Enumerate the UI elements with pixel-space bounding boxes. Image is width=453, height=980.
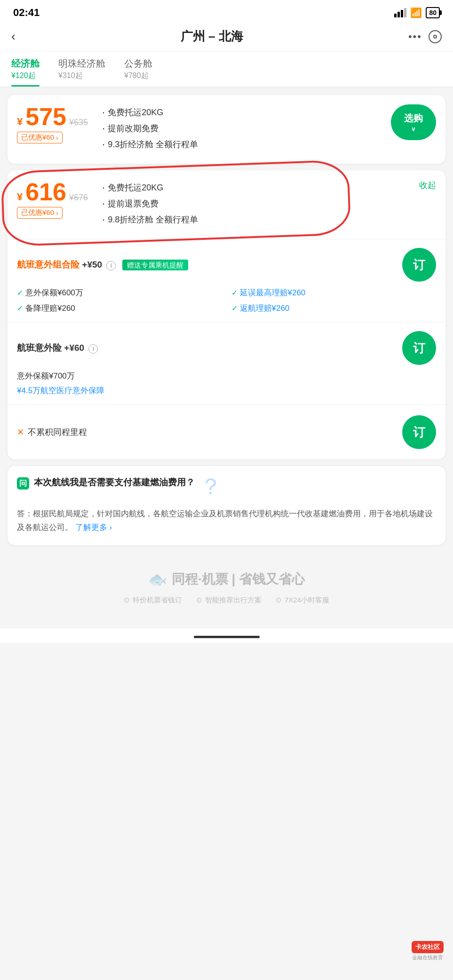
faq-link[interactable]: 了解更多 › <box>75 523 112 532</box>
camera-button[interactable] <box>429 30 442 43</box>
footer-check-2: ⊙ <box>196 596 202 604</box>
insurance-1-section: 航班意外组合险 +¥50 i 赠送专属乘机提醒 订 ✓ 意外保额¥600万 ✓ … <box>8 239 445 322</box>
card2-price-main: ¥ 616 ¥676 <box>17 180 88 204</box>
watermark: 卡农社区 金融在线教育 <box>412 941 444 961</box>
insurance-1-order-button[interactable]: 订 <box>402 248 436 282</box>
insurance-2-title-wrap: 航班意外险 +¥60 i <box>17 342 98 354</box>
footer-branding: 🐟 同程·机票 | 省钱又省心 ⊙ 特价机票省钱订 ⊙ 智能推荐出行方案 ⊙ 7… <box>0 552 453 628</box>
footer-feature-3: ⊙ 7X24小时客服 <box>276 596 329 605</box>
card2-features: 免费托运20KG 提前退票免费 9.8折经济舱 全额行程单 <box>88 180 436 229</box>
faq-question-text: 本次航线我是否需要支付基建燃油费用？ <box>34 476 195 489</box>
card1-select-button[interactable]: 选购 ∨ <box>391 104 436 140</box>
card1-feature-3: 9.3折经济舱 全额行程单 <box>102 138 391 150</box>
card1-price-symbol: ¥ <box>17 116 23 128</box>
wifi-icon: 📶 <box>410 7 422 18</box>
footer-feature-1: ⊙ 特价机票省钱订 <box>124 596 182 605</box>
footer-logo: 🐟 同程·机票 | 省钱又省心 <box>9 570 444 588</box>
no-mileage-order-button[interactable]: 订 <box>402 415 436 449</box>
footer-check-1: ⊙ <box>124 596 130 604</box>
ins-feature-4: ✓ 返航理赔¥260 <box>231 303 437 314</box>
card1-discount-arrow: › <box>56 134 58 142</box>
card2-discount-arrow: › <box>56 209 58 217</box>
card2-price-original: ¥676 <box>69 193 88 203</box>
x-icon: ✕ <box>17 427 24 437</box>
insurance-1-features: ✓ 意外保额¥600万 ✓ 延误最高理赔¥260 ✓ 备降理赔¥260 ✓ 返航… <box>17 287 436 314</box>
watermark-sub: 金融在线教育 <box>412 954 444 961</box>
card2-price-value: 616 <box>25 180 66 204</box>
faq-answer: 答：根据民航局规定，针对国内航线，各航空运输企业及机票销售代理机构统一代收基建燃… <box>17 507 436 535</box>
check-icon-4: ✓ <box>231 304 238 313</box>
card2-price-section: ¥ 616 ¥676 已优惠¥60 › <box>17 180 88 219</box>
insurance-2-info-icon[interactable]: i <box>88 344 98 354</box>
tab-pearl-label: 明珠经济舱 <box>58 57 105 70</box>
battery-icon: 80 <box>426 7 440 18</box>
ins-feature-6: ¥4.5万航空医疗意外保障 <box>17 385 436 396</box>
tab-pearl-economy[interactable]: 明珠经济舱 ¥310起 <box>58 57 105 87</box>
signal-icon <box>394 8 406 17</box>
no-mileage-text: ✕ 不累积同程里程 <box>17 427 87 438</box>
tab-economy-price: ¥120起 <box>11 71 40 81</box>
flight-card-2: 收起 ¥ 616 ¥676 已优惠¥60 › 免费托运20KG 提前退票免费 <box>8 170 445 459</box>
insurance-2-features: 意外保额¥700万 ¥4.5万航空医疗意外保障 <box>17 371 436 396</box>
card2-feature-1: 免费托运20KG <box>102 182 436 194</box>
tabs-bar: 经济舱 ¥120起 明珠经济舱 ¥310起 公务舱 ¥780起 <box>0 52 453 87</box>
more-button[interactable]: ••• <box>408 31 422 43</box>
insurance-1-title-wrap: 航班意外组合险 +¥50 i 赠送专属乘机提醒 <box>17 259 188 271</box>
header-actions: ••• <box>408 30 442 43</box>
footer-check-3: ⊙ <box>276 596 282 604</box>
tab-economy-label: 经济舱 <box>11 57 40 70</box>
card2-feature-2: 提前退票免费 <box>102 198 436 210</box>
ins-feature-2: ✓ 延误最高理赔¥260 <box>231 287 437 298</box>
status-time: 02:41 <box>13 7 40 19</box>
card1-price-main: ¥ 575 ¥635 <box>17 104 88 129</box>
ins-feature-5: 意外保额¥700万 <box>17 371 436 381</box>
ins-feature-3: ✓ 备降理赔¥260 <box>17 303 222 314</box>
main-content: ¥ 575 ¥635 已优惠¥60 › 免费托运20KG 提前改期免费 9.3折… <box>0 87 453 545</box>
status-bar: 02:41 📶 80 <box>0 0 453 24</box>
back-button[interactable]: ‹ <box>11 29 16 44</box>
status-icons: 📶 80 <box>394 7 440 18</box>
check-icon-3: ✓ <box>17 304 23 313</box>
insurance-2-order-button[interactable]: 订 <box>402 331 436 365</box>
check-icon-1: ✓ <box>17 288 23 297</box>
check-icon-2: ✓ <box>231 288 238 297</box>
bottom-nav <box>0 628 453 643</box>
card1-feature-2: 提前改期免费 <box>102 122 391 134</box>
faq-q-icon: 问 <box>17 477 29 490</box>
insurance-1-title: 航班意外组合险 +¥50 i <box>17 260 119 269</box>
card1-price-value: 575 <box>25 104 66 129</box>
home-indicator <box>194 636 260 638</box>
card1-feature-1: 免费托运20KG <box>102 106 391 119</box>
card2-top: ¥ 616 ¥676 已优惠¥60 › 免费托运20KG 提前退票免费 9.8折… <box>17 180 436 229</box>
card2-feature-3: 9.8折经济舱 全额行程单 <box>102 213 436 226</box>
logo-fish-icon: 🐟 <box>148 570 167 588</box>
card1-select-chevron: ∨ <box>411 126 416 133</box>
header: ‹ 广州 – 北海 ••• <box>0 24 453 52</box>
tab-economy[interactable]: 经济舱 ¥120起 <box>11 57 40 87</box>
insurance-1-info-icon[interactable]: i <box>106 261 116 270</box>
insurance-2-header: 航班意外险 +¥60 i 订 <box>17 331 436 365</box>
card1-top: ¥ 575 ¥635 已优惠¥60 › 免费托运20KG 提前改期免费 9.3折… <box>17 104 436 154</box>
flight-card-1: ¥ 575 ¥635 已优惠¥60 › 免费托运20KG 提前改期免费 9.3折… <box>8 95 445 164</box>
card1-features: 免费托运20KG 提前改期免费 9.3折经济舱 全额行程单 <box>88 104 391 154</box>
tab-pearl-price: ¥310起 <box>58 71 105 81</box>
card2-main: 收起 ¥ 616 ¥676 已优惠¥60 › 免费托运20KG 提前退票免费 <box>8 170 445 239</box>
faq-card: 问 本次航线我是否需要支付基建燃油费用？ ？ 答：根据民航局规定，针对国内航线，… <box>8 466 445 545</box>
card1-price-section: ¥ 575 ¥635 已优惠¥60 › <box>17 104 88 143</box>
insurance-1-header: 航班意外组合险 +¥50 i 赠送专属乘机提醒 订 <box>17 248 436 282</box>
faq-help-icon: ？ <box>199 472 222 502</box>
insurance-2-title: 航班意外险 +¥60 i <box>17 343 98 353</box>
faq-question: 问 本次航线我是否需要支付基建燃油费用？ ？ <box>17 476 436 502</box>
gift-badge: 赠送专属乘机提醒 <box>122 260 188 270</box>
tab-business[interactable]: 公务舱 ¥780起 <box>124 57 152 87</box>
camera-icon <box>433 35 437 39</box>
watermark-logo: 卡农社区 <box>412 941 444 953</box>
card2-discount-badge: 已优惠¥60 › <box>17 207 63 219</box>
page-title: 广州 – 北海 <box>181 28 243 45</box>
tab-business-label: 公务舱 <box>124 57 152 70</box>
footer-logo-text: 同程·机票 | 省钱又省心 <box>172 570 305 588</box>
no-mileage-section: ✕ 不累积同程里程 订 <box>8 404 445 459</box>
footer-features: ⊙ 特价机票省钱订 ⊙ 智能推荐出行方案 ⊙ 7X24小时客服 <box>9 596 444 605</box>
card2-price-symbol: ¥ <box>17 191 23 203</box>
insurance-2-section: 航班意外险 +¥60 i 订 意外保额¥700万 ¥4.5万航空医疗意外保障 <box>8 322 445 404</box>
